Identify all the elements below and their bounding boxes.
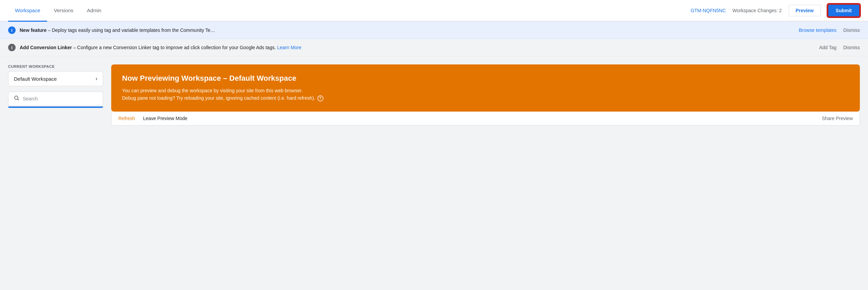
search-box[interactable]: Search [8,92,103,106]
feature-banner-icon: i [8,26,16,34]
conversion-banner-text: Add Conversion Linker – Configure a new … [20,45,815,50]
search-placeholder: Search [23,96,38,101]
workspace-selector[interactable]: Default Workspace › [8,71,103,86]
browse-templates-link[interactable]: Browse templates [799,27,836,33]
refresh-link[interactable]: Refresh [118,116,135,121]
workspace-changes: Workspace Changes: 2 [732,8,782,13]
current-workspace-label: CURRENT WORKSPACE [8,64,103,69]
preview-actions: Refresh Leave Preview Mode Share Preview [111,112,860,125]
workspace-name: Default Workspace [14,76,57,82]
svg-line-1 [18,99,19,100]
submit-button[interactable]: Submit [828,4,860,17]
nav-tabs: Workspace Versions Admin [8,0,108,21]
search-icon [14,95,19,102]
feature-banner-text: New feature – Deploy tags easily using t… [20,27,795,33]
learn-more-link[interactable]: Learn More [277,45,301,50]
tab-workspace[interactable]: Workspace [8,0,47,21]
help-icon[interactable]: ? [317,95,323,101]
preview-banner-desc2: Debug pane not loading? Try reloading yo… [122,94,849,102]
main-content: CURRENT WORKSPACE Default Workspace › Se… [0,56,868,289]
preview-banner-desc1: You can preview and debug the workspace … [122,87,849,94]
preview-banner: Now Previewing Workspace – Default Works… [111,64,860,112]
conversion-banner-icon: i [8,44,16,51]
tab-admin[interactable]: Admin [80,0,108,21]
feature-banner-dismiss[interactable]: Dismiss [843,27,860,33]
feature-banner-actions: Browse templates Dismiss [799,27,860,33]
conversion-banner-dismiss[interactable]: Dismiss [843,45,860,50]
container-id[interactable]: GTM-NQFN5NC [691,8,726,13]
preview-banner-title: Now Previewing Workspace – Default Works… [122,74,849,83]
feature-banner: i New feature – Deploy tags easily using… [0,22,868,39]
sidebar: CURRENT WORKSPACE Default Workspace › Se… [8,64,103,281]
share-preview-link[interactable]: Share Preview [822,116,853,121]
preview-panel: Now Previewing Workspace – Default Works… [111,64,860,281]
tab-versions[interactable]: Versions [47,0,80,21]
leave-preview-link[interactable]: Leave Preview Mode [143,116,188,121]
top-nav: Workspace Versions Admin GTM-NQFN5NC Wor… [0,0,868,22]
conversion-banner: i Add Conversion Linker – Configure a ne… [0,39,868,56]
sidebar-bottom-bar [8,107,103,108]
nav-right: GTM-NQFN5NC Workspace Changes: 2 Preview… [691,4,860,17]
add-tag-link[interactable]: Add Tag [819,45,836,50]
workspace-chevron-icon: › [96,76,97,82]
preview-button[interactable]: Preview [789,5,821,16]
conversion-banner-actions: Add Tag Dismiss [819,45,860,50]
